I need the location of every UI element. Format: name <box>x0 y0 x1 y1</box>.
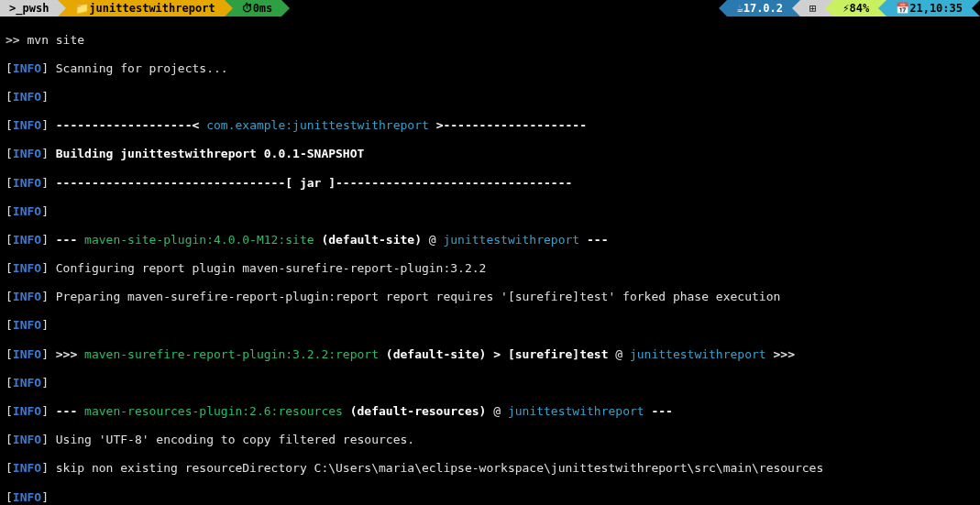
log-line: [INFO] skip non existing resourceDirecto… <box>6 461 974 476</box>
status-right: ☕ 17.0.2 ⊞ ⚡84% 📅 21,10:35 <box>719 0 980 16</box>
shell-segment: >_ pwsh <box>0 0 58 16</box>
battery-segment: ⚡84% <box>833 0 878 16</box>
separator-icon <box>225 0 233 16</box>
os-segment: ⊞ <box>800 0 825 16</box>
separator-icon <box>792 0 800 16</box>
java-version: 17.0.2 <box>743 0 783 16</box>
log-line: [INFO] <box>6 204 974 219</box>
log-line: [INFO] Scanning for projects... <box>6 61 974 76</box>
separator-icon <box>825 0 833 16</box>
log-line: [INFO] --- maven-site-plugin:4.0.0-M12:s… <box>6 233 974 247</box>
java-icon: ☕ <box>736 0 743 16</box>
log-line: [INFO] <box>6 318 974 333</box>
status-left: >_ pwsh 📁junittestwithreport ⏱0ms <box>0 0 290 16</box>
separator-icon <box>281 0 290 16</box>
log-line: [INFO] -------------------< com.example:… <box>6 118 974 133</box>
prompt-symbol: >> <box>6 33 20 47</box>
windows-icon: ⊞ <box>809 0 816 16</box>
separator-icon <box>58 0 66 16</box>
exectime-segment: ⏱0ms <box>233 0 282 16</box>
log-line: [INFO] Preparing maven-surefire-report-p… <box>6 290 974 304</box>
log-line: [INFO] <box>6 376 974 390</box>
log-line: [INFO] --------------------------------[… <box>6 176 974 191</box>
folder-name: junittestwithreport <box>89 0 215 16</box>
prompt-line[interactable]: >> mvn site <box>6 33 974 48</box>
stopwatch-icon: ⏱ <box>242 0 253 16</box>
clock-time: 21,10:35 <box>909 0 963 16</box>
shell-name: pwsh <box>22 0 49 16</box>
calendar-icon: 📅 <box>896 0 909 16</box>
terminal-icon: >_ <box>9 0 22 16</box>
folder-icon: 📁 <box>75 0 89 16</box>
log-line: [INFO] <box>6 90 974 104</box>
status-bar: >_ pwsh 📁junittestwithreport ⏱0ms ☕ 17.0… <box>0 0 980 16</box>
terminal-output[interactable]: >> mvn site [INFO] Scanning for projects… <box>0 16 980 505</box>
java-segment: ☕ 17.0.2 <box>727 0 792 16</box>
log-line: [INFO] Building junittestwithreport 0.0.… <box>6 147 974 161</box>
log-line: [INFO] Configuring report plugin maven-s… <box>6 261 974 276</box>
exec-time: 0ms <box>253 0 273 16</box>
log-line: [INFO] --- maven-resources-plugin:2.6:re… <box>6 404 974 419</box>
battery-pct: 84% <box>850 0 870 16</box>
command-text: mvn site <box>27 33 84 47</box>
log-line: [INFO] >>> maven-surefire-report-plugin:… <box>6 347 974 362</box>
clock-segment: 📅 21,10:35 <box>886 0 972 16</box>
log-line: [INFO] <box>6 490 974 505</box>
separator-icon <box>878 0 886 16</box>
separator-icon <box>719 0 727 16</box>
separator-icon <box>972 0 980 16</box>
folder-segment: 📁junittestwithreport <box>66 0 224 16</box>
log-line: [INFO] Using 'UTF-8' encoding to copy fi… <box>6 433 974 447</box>
bolt-icon: ⚡ <box>842 0 849 16</box>
